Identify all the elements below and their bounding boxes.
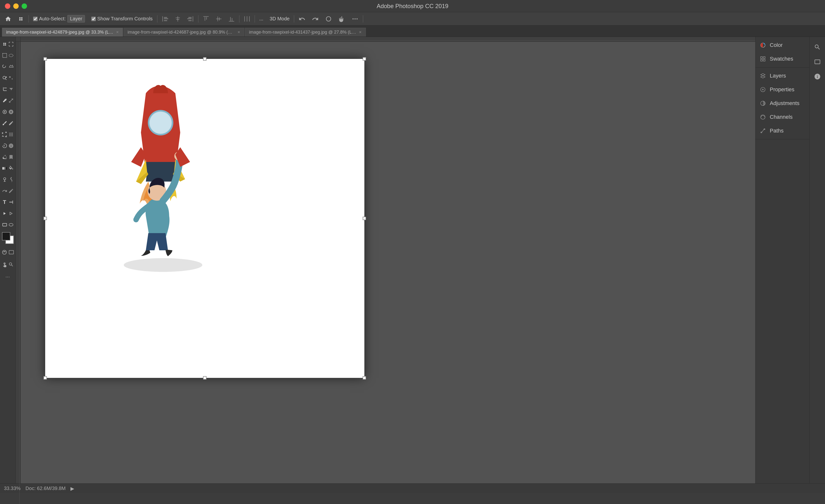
- auto-select-label: Auto-Select:: [39, 16, 66, 22]
- 3d-mode-label: 3D Mode: [270, 16, 290, 22]
- tool-crop[interactable]: [2, 84, 8, 95]
- tool-slice[interactable]: [8, 84, 14, 95]
- align-left[interactable]: [160, 15, 170, 23]
- tab-2[interactable]: image-from-rawpixel-id-431437-jpeg.jpg @…: [245, 28, 366, 36]
- handle-top-left[interactable]: [44, 57, 47, 61]
- align-bottom[interactable]: [226, 15, 237, 23]
- learn-panel-btn[interactable]: [811, 70, 824, 83]
- tool-free-pen[interactable]: [8, 185, 14, 196]
- align-right[interactable]: [185, 15, 196, 23]
- quick-mask-btn[interactable]: [1, 247, 7, 258]
- tool-more[interactable]: ···: [2, 271, 14, 282]
- panel-row-swatches[interactable]: Swatches: [755, 52, 809, 66]
- panel-row-color[interactable]: Color: [755, 38, 809, 52]
- tool-direct-select[interactable]: [8, 208, 14, 219]
- tab-0-close[interactable]: ×: [116, 30, 119, 35]
- tool-artboard[interactable]: [8, 39, 14, 50]
- handle-mid-left[interactable]: [44, 217, 47, 220]
- tab-1-close[interactable]: ×: [238, 30, 240, 35]
- layer-dropdown[interactable]: Layer: [67, 15, 85, 22]
- layers-icon: [759, 72, 766, 79]
- tab-0[interactable]: image-from-rawpixel-id-424879-jpeg.jpg @…: [2, 28, 123, 36]
- tab-1[interactable]: image-from-rawpixel-id-424687-jpeg.jpg @…: [124, 28, 244, 36]
- handle-bot-left[interactable]: [44, 376, 47, 380]
- tool-magic-wand[interactable]: [8, 73, 14, 83]
- tool-patch[interactable]: [8, 106, 14, 117]
- tool-type-h[interactable]: T: [2, 197, 8, 207]
- undo-history[interactable]: [297, 14, 307, 23]
- tool-quick-select[interactable]: [2, 73, 8, 83]
- tool-path-select[interactable]: [2, 208, 8, 219]
- align-center-h[interactable]: [173, 15, 183, 23]
- svg-rect-10: [230, 17, 231, 21]
- handle-mid-right[interactable]: [363, 217, 366, 220]
- show-transform-checkbox[interactable]: [91, 17, 96, 21]
- canvas-area: [21, 42, 755, 483]
- svg-point-18: [357, 18, 358, 19]
- tool-eraser[interactable]: [2, 152, 8, 162]
- window-controls[interactable]: [5, 3, 27, 9]
- tool-pencil[interactable]: [8, 118, 14, 129]
- tool-type-v[interactable]: T: [8, 197, 14, 207]
- tab-2-close[interactable]: ×: [359, 30, 362, 35]
- search-btn[interactable]: [811, 41, 824, 54]
- handle-top-center[interactable]: [203, 57, 207, 61]
- tool-lasso[interactable]: [2, 61, 8, 72]
- zoom-extra[interactable]: [323, 14, 334, 23]
- tool-brush[interactable]: [2, 118, 8, 129]
- canvas-document: [45, 59, 364, 378]
- tool-spot-heal[interactable]: [2, 106, 8, 117]
- handle-bot-right[interactable]: [363, 376, 366, 380]
- foreground-color[interactable]: [2, 232, 10, 241]
- panel-row-properties[interactable]: Properties: [755, 83, 809, 96]
- distribute-left[interactable]: [242, 15, 252, 23]
- hand-tool-alt[interactable]: [336, 14, 347, 23]
- more-options[interactable]: ...: [257, 15, 266, 22]
- tool-measure[interactable]: [8, 95, 14, 106]
- properties-label: Properties: [770, 86, 794, 93]
- auto-select-check[interactable]: Auto-Select: Layer: [31, 14, 87, 23]
- screen-mode-btn[interactable]: [8, 247, 14, 258]
- panel-row-adjustments[interactable]: Adjustments: [755, 96, 809, 110]
- handle-top-right[interactable]: [363, 57, 366, 61]
- adjustments-icon: [759, 100, 766, 107]
- handle-bot-center[interactable]: [203, 376, 207, 380]
- tool-ellipse-marquee[interactable]: [8, 50, 14, 61]
- tool-bg-eraser[interactable]: [8, 152, 14, 162]
- tool-paint-bucket[interactable]: [8, 163, 14, 174]
- tool-zoom[interactable]: [8, 259, 14, 270]
- tool-history-brush[interactable]: [2, 140, 8, 151]
- tool-poly-lasso[interactable]: [8, 61, 14, 72]
- tool-eyedropper[interactable]: [2, 95, 8, 106]
- minimize-button[interactable]: [13, 3, 19, 9]
- status-expand[interactable]: ▶: [70, 486, 74, 492]
- align-top[interactable]: [201, 15, 211, 23]
- panel-row-paths[interactable]: Paths: [755, 124, 809, 138]
- show-transform-check[interactable]: Show Transform Controls: [89, 15, 155, 22]
- auto-select-checkbox[interactable]: [33, 17, 38, 21]
- tool-rect-marquee[interactable]: [2, 50, 8, 61]
- close-button[interactable]: [5, 3, 10, 9]
- tool-clone[interactable]: [2, 129, 8, 140]
- screen-size-btn[interactable]: [811, 56, 824, 68]
- tool-move[interactable]: [2, 39, 8, 50]
- tool-gradient[interactable]: [2, 163, 8, 174]
- panel-row-channels[interactable]: Channels: [755, 110, 809, 124]
- fg-bg-colors[interactable]: [2, 232, 14, 244]
- panel-row-layers[interactable]: Layers: [755, 69, 809, 83]
- tool-ellipse-shape[interactable]: [8, 219, 14, 230]
- align-middle-v[interactable]: [214, 15, 224, 23]
- home-button[interactable]: [3, 15, 13, 23]
- tool-hand[interactable]: [2, 259, 8, 270]
- extra-tools[interactable]: [350, 14, 361, 23]
- tool-rect-shape[interactable]: [2, 219, 8, 230]
- redo-history[interactable]: [310, 14, 321, 23]
- tool-pattern-stamp[interactable]: [8, 129, 14, 140]
- maximize-button[interactable]: [22, 3, 27, 9]
- tool-dodge[interactable]: [2, 174, 8, 185]
- 3d-mode[interactable]: 3D Mode: [268, 15, 291, 22]
- tool-art-history[interactable]: [8, 140, 14, 151]
- tool-pen[interactable]: [2, 185, 8, 196]
- separator5: [254, 15, 255, 22]
- tool-burn[interactable]: [8, 174, 14, 185]
